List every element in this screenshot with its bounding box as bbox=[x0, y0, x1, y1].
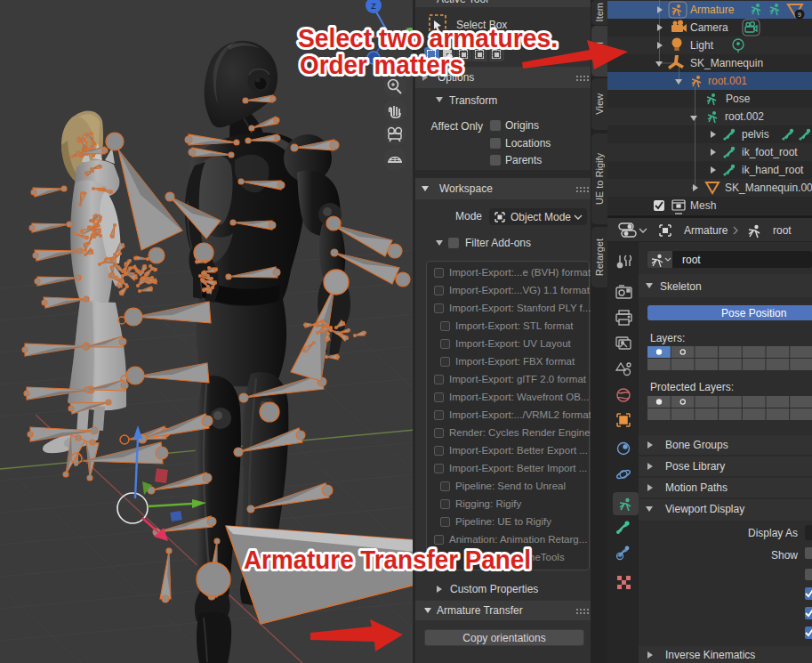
svg-text:Armature Transfer Panel: Armature Transfer Panel bbox=[244, 546, 531, 574]
svg-text:Order matters: Order matters bbox=[300, 51, 463, 79]
svg-text:Select two armatures.: Select two armatures. bbox=[298, 24, 558, 53]
